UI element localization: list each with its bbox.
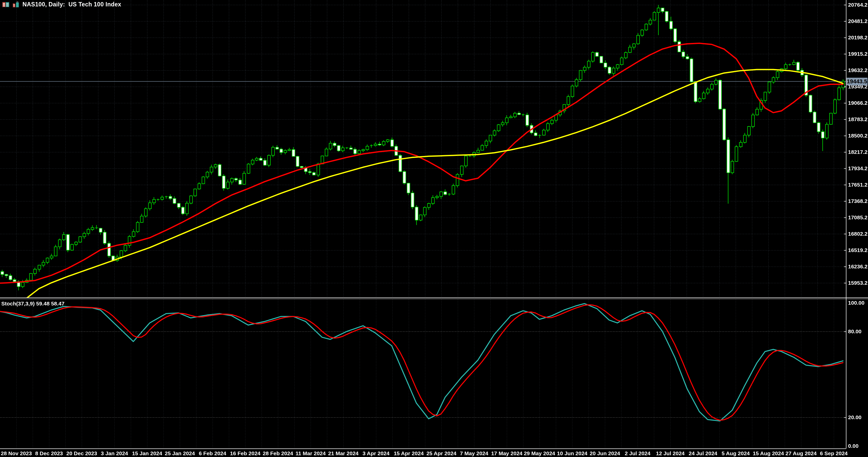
chart-plot-area[interactable] — [0, 0, 868, 457]
trading-chart-window: NAS100, Daily: US Tech 100 Index Stoch(3… — [0, 0, 868, 457]
